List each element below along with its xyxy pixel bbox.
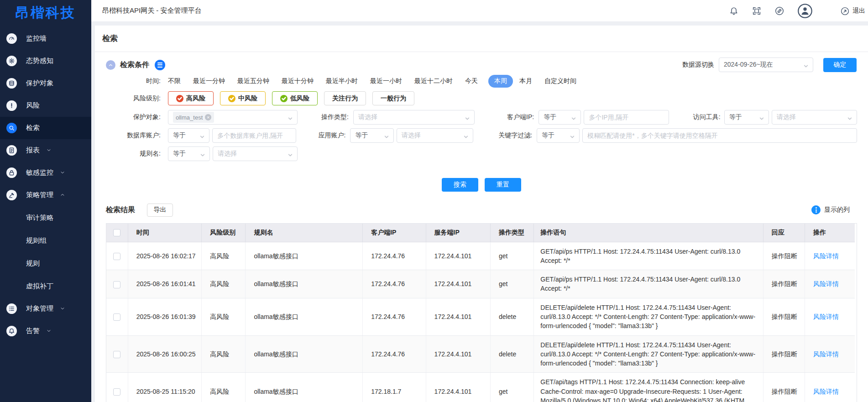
sidebar-item-label: 监控墙 <box>26 34 47 43</box>
time-options: 不限最近一分钟最近五分钟最近十分钟最近半小时最近一小时最近十二小时今天本周本月自… <box>168 75 589 88</box>
row-checkbox[interactable] <box>113 388 120 396</box>
sidebar-item-lock[interactable]: 敏感监控 <box>0 162 91 184</box>
client-ip-input-wrap <box>584 110 669 125</box>
risk-detail-link[interactable]: 风险详情 <box>813 388 839 395</box>
condition-list-icon[interactable] <box>155 60 165 70</box>
remove-tag-icon[interactable]: × <box>205 114 211 120</box>
rule-name-operator-select[interactable]: 等于 <box>168 146 210 161</box>
operation-type-label: 操作类型: <box>298 113 349 121</box>
filter-field-row: 数据库账户: 等于 应用账户: 等于 请选择 关键字过滤: 等于 <box>106 128 857 143</box>
dots-icon <box>811 205 821 214</box>
cell-rule-name: ollama敏感接口 <box>246 373 363 402</box>
sidebar-item-gauge[interactable]: 监控墙 <box>0 27 91 50</box>
access-tool-select[interactable]: 请选择 <box>772 110 857 125</box>
collapse-section-button[interactable] <box>106 60 115 70</box>
risk-detail-link[interactable]: 风险详情 <box>813 252 839 260</box>
risk-detail-link[interactable]: 风险详情 <box>813 280 839 287</box>
sidebar-item-label: 对象管理 <box>26 304 53 313</box>
sidebar-item-database[interactable]: 保护对象 <box>0 72 91 94</box>
sidebar-item-objects[interactable]: 对象管理 <box>0 298 91 320</box>
risk-level-button[interactable]: 关注行为 <box>324 91 366 105</box>
sidebar-item-risk[interactable]: 风险 <box>0 94 91 117</box>
datasource-switch: 数据源切换 2024-09-26~现在 确定 <box>682 57 857 72</box>
sidebar-item-alarm[interactable]: 告警 <box>0 320 91 342</box>
chevron-down-icon <box>804 63 808 67</box>
show-columns-button[interactable]: 显示的列 <box>811 205 850 214</box>
chevron-down-icon <box>288 115 293 120</box>
access-tool-operator-select[interactable]: 等于 <box>724 110 769 125</box>
sidebar-item-policy[interactable]: 策略管理 <box>0 184 91 206</box>
select-all-checkbox[interactable] <box>113 229 120 236</box>
export-button[interactable]: 导出 <box>147 204 173 217</box>
search-button[interactable]: 搜索 <box>442 178 478 192</box>
db-account-input[interactable] <box>217 132 291 139</box>
time-option[interactable]: 不限 <box>168 77 181 85</box>
fullscreen-icon[interactable] <box>752 6 762 16</box>
sidebar-subitem[interactable]: 规则组 <box>0 229 91 252</box>
column-header: 客户端IP <box>363 224 426 242</box>
time-option[interactable]: 最近一小时 <box>370 77 402 85</box>
link-icon[interactable] <box>774 6 784 16</box>
time-option[interactable]: 最近半小时 <box>326 77 358 85</box>
keyword-operator-select[interactable]: 等于 <box>537 128 580 143</box>
time-option[interactable]: 本周 <box>488 75 513 88</box>
logout-button[interactable]: 退出 <box>840 6 865 16</box>
table-row: 2025-08-26 16:00:25高风险ollama敏感接口172.24.4… <box>106 335 855 373</box>
protect-object-select[interactable]: ollma_test× <box>168 110 298 125</box>
chevron-down-icon <box>464 133 468 138</box>
datasource-select[interactable]: 2024-09-26~现在 <box>719 57 813 72</box>
client-ip-operator-select[interactable]: 等于 <box>539 110 581 125</box>
sidebar-item-label: 策略管理 <box>26 191 53 199</box>
chevron-down-icon <box>288 151 293 156</box>
row-checkbox[interactable] <box>113 313 120 321</box>
risk-detail-link[interactable]: 风险详情 <box>813 313 839 320</box>
operation-type-select[interactable]: 请选择 <box>353 110 475 125</box>
time-option[interactable]: 最近十分钟 <box>282 77 314 85</box>
client-ip-input[interactable] <box>589 114 664 121</box>
time-option[interactable]: 本月 <box>519 77 532 85</box>
sidebar-item-radar[interactable]: 态势感知 <box>0 50 91 72</box>
cell-statement: DELETE/api/delete HTTP/1.1 Host: 172.24.… <box>534 298 763 335</box>
risk-level-button[interactable]: 中风险 <box>220 91 266 105</box>
chevron-down-icon <box>465 115 470 120</box>
db-account-operator-select[interactable]: 等于 <box>168 128 209 143</box>
risk-level-button[interactable]: 低风险 <box>272 91 318 105</box>
notification-bell-icon[interactable] <box>729 6 739 16</box>
sidebar-item-report[interactable]: 报表 <box>0 139 91 162</box>
risk-icon <box>6 100 17 111</box>
chevron-down-icon <box>60 169 65 177</box>
confirm-button[interactable]: 确定 <box>823 58 857 72</box>
time-option[interactable]: 最近一分钟 <box>193 77 225 85</box>
chevron-down-icon <box>200 151 205 156</box>
column-header: 服务端IP <box>426 224 490 242</box>
risk-detail-link[interactable]: 风险详情 <box>813 350 839 358</box>
time-option[interactable]: 最近十二小时 <box>414 77 453 85</box>
user-avatar[interactable] <box>797 3 813 19</box>
datasource-label: 数据源切换 <box>682 61 714 69</box>
sidebar-subitem[interactable]: 虚拟补丁 <box>0 275 91 298</box>
risk-level-button[interactable]: 一般行为 <box>372 91 414 105</box>
chevron-down-icon <box>847 115 852 120</box>
reset-button[interactable]: 重置 <box>485 178 521 192</box>
row-checkbox[interactable] <box>113 253 120 260</box>
keyword-input[interactable] <box>587 132 852 139</box>
sidebar-subitem[interactable]: 审计策略 <box>0 206 91 229</box>
time-option[interactable]: 自定义时间 <box>544 77 576 85</box>
time-filter-row: 时间: 不限最近一分钟最近五分钟最近十分钟最近半小时最近一小时最近十二小时今天本… <box>106 75 857 88</box>
column-header: 操作类型 <box>491 224 534 242</box>
time-option[interactable]: 今天 <box>465 77 478 85</box>
cell-time: 2025-08-26 16:01:39 <box>128 298 201 335</box>
time-option[interactable]: 最近五分钟 <box>237 77 269 85</box>
row-checkbox[interactable] <box>113 281 120 288</box>
risk-level-button[interactable]: 高风险 <box>168 91 214 105</box>
rule-name-select[interactable]: 请选择 <box>213 146 298 161</box>
sidebar-subitem[interactable]: 规则 <box>0 252 91 275</box>
access-tool-label: 访问工具: <box>669 113 721 121</box>
cell-op-type: get <box>491 242 534 270</box>
sidebar-item-search[interactable]: 检索 <box>0 117 91 139</box>
app-account-select[interactable]: 请选择 <box>397 128 473 143</box>
app-account-operator-select[interactable]: 等于 <box>350 128 393 143</box>
column-header: 风险级别 <box>202 224 246 242</box>
row-checkbox[interactable] <box>113 351 120 358</box>
cell-client-ip: 172.24.4.76 <box>363 242 426 270</box>
